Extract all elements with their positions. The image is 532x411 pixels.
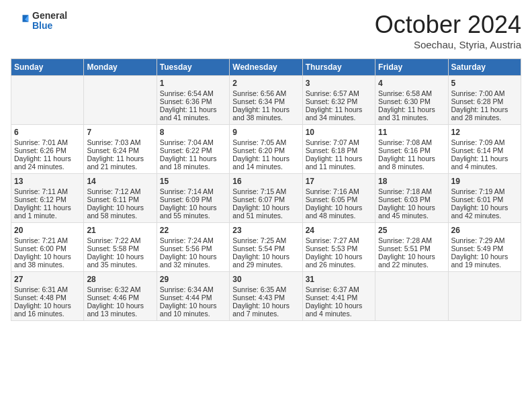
sunrise-text: Sunrise: 7:19 AM	[451, 187, 505, 195]
daylight-text: Daylight: 11 hours and 31 minutes.	[378, 105, 435, 122]
sunrise-text: Sunrise: 7:12 AM	[87, 187, 140, 195]
calendar-cell: 18Sunrise: 7:18 AMSunset: 6:03 PMDayligh…	[375, 174, 448, 223]
sunrise-text: Sunrise: 7:21 AM	[14, 236, 68, 244]
daylight-text: Daylight: 10 hours and 45 minutes.	[378, 203, 435, 220]
sunset-text: Sunset: 6:12 PM	[14, 195, 66, 203]
sunset-text: Sunset: 6:20 PM	[232, 146, 285, 154]
sunset-text: Sunset: 4:46 PM	[87, 293, 139, 302]
daylight-text: Daylight: 10 hours and 4 minutes.	[306, 302, 363, 318]
daylight-text: Daylight: 11 hours and 1 minute.	[14, 203, 71, 220]
day-number: 24	[306, 226, 372, 235]
day-number: 30	[232, 275, 299, 284]
sunrise-text: Sunrise: 6:57 AM	[306, 89, 359, 97]
weekday-header: Tuesday	[157, 59, 229, 76]
sunrise-text: Sunrise: 6:35 AM	[232, 285, 286, 293]
weekday-header: Friday	[375, 59, 448, 76]
calendar-cell	[375, 272, 448, 321]
daylight-text: Daylight: 11 hours and 28 minutes.	[451, 105, 508, 122]
sunrise-text: Sunrise: 7:29 AM	[451, 236, 505, 244]
daylight-text: Daylight: 11 hours and 34 minutes.	[306, 105, 363, 122]
daylight-text: Daylight: 10 hours and 29 minutes.	[232, 253, 290, 269]
calendar-cell: 11Sunrise: 7:08 AMSunset: 6:16 PMDayligh…	[375, 125, 448, 174]
sunset-text: Sunset: 6:09 PM	[160, 195, 212, 203]
sunrise-text: Sunrise: 7:22 AM	[87, 236, 140, 244]
sunrise-text: Sunrise: 7:07 AM	[306, 138, 359, 146]
day-number: 6	[14, 128, 81, 137]
calendar-week-row: 27Sunrise: 6:31 AMSunset: 4:48 PMDayligh…	[11, 272, 521, 321]
sunset-text: Sunset: 5:51 PM	[378, 244, 431, 253]
sunset-text: Sunset: 6:05 PM	[306, 195, 358, 203]
calendar-cell: 3Sunrise: 6:57 AMSunset: 6:32 PMDaylight…	[302, 76, 375, 125]
sunrise-text: Sunrise: 6:37 AM	[306, 285, 359, 293]
sunset-text: Sunset: 6:07 PM	[232, 195, 285, 203]
day-number: 9	[232, 128, 299, 137]
daylight-text: Daylight: 10 hours and 7 minutes.	[232, 302, 290, 318]
daylight-text: Daylight: 11 hours and 18 minutes.	[160, 154, 217, 171]
day-number: 8	[160, 128, 226, 137]
sunrise-text: Sunrise: 6:58 AM	[378, 89, 432, 97]
sunset-text: Sunset: 6:18 PM	[306, 146, 358, 154]
day-number: 25	[378, 226, 445, 235]
calendar-cell: 4Sunrise: 6:58 AMSunset: 6:30 PMDaylight…	[375, 76, 448, 125]
daylight-text: Daylight: 11 hours and 38 minutes.	[232, 105, 290, 122]
daylight-text: Daylight: 10 hours and 55 minutes.	[160, 203, 217, 220]
day-number: 18	[378, 177, 445, 186]
sunset-text: Sunset: 6:36 PM	[160, 97, 212, 105]
day-number: 13	[14, 177, 81, 186]
day-number: 23	[232, 226, 299, 235]
sunrise-text: Sunrise: 7:04 AM	[160, 138, 214, 146]
day-number: 20	[14, 226, 81, 235]
weekday-header-row: SundayMondayTuesdayWednesdayThursdayFrid…	[11, 59, 521, 76]
calendar-cell: 25Sunrise: 7:28 AMSunset: 5:51 PMDayligh…	[375, 223, 448, 272]
logo-blue-text: Blue	[32, 21, 67, 31]
calendar-week-row: 6Sunrise: 7:01 AMSunset: 6:26 PMDaylight…	[11, 125, 521, 174]
day-number: 10	[306, 128, 372, 137]
calendar-cell: 21Sunrise: 7:22 AMSunset: 5:58 PMDayligh…	[84, 223, 157, 272]
calendar-cell	[448, 272, 521, 321]
calendar-cell: 29Sunrise: 6:34 AMSunset: 4:44 PMDayligh…	[157, 272, 229, 321]
sunrise-text: Sunrise: 7:25 AM	[232, 236, 286, 244]
day-number: 21	[87, 226, 153, 235]
calendar-cell: 1Sunrise: 6:54 AMSunset: 6:36 PMDaylight…	[157, 76, 229, 125]
daylight-text: Daylight: 10 hours and 16 minutes.	[14, 302, 71, 318]
daylight-text: Daylight: 11 hours and 8 minutes.	[378, 154, 435, 171]
sunset-text: Sunset: 6:32 PM	[306, 97, 358, 105]
day-number: 2	[232, 79, 299, 88]
sunset-text: Sunset: 5:49 PM	[451, 244, 504, 253]
sunset-text: Sunset: 4:44 PM	[160, 293, 212, 302]
calendar-cell: 10Sunrise: 7:07 AMSunset: 6:18 PMDayligh…	[302, 125, 375, 174]
weekday-header: Sunday	[11, 59, 84, 76]
calendar-cell: 8Sunrise: 7:04 AMSunset: 6:22 PMDaylight…	[157, 125, 229, 174]
month-title: October 2024	[375, 11, 521, 39]
sunrise-text: Sunrise: 7:27 AM	[306, 236, 359, 244]
sunrise-text: Sunrise: 7:05 AM	[232, 138, 286, 146]
sunrise-text: Sunrise: 7:14 AM	[160, 187, 214, 195]
daylight-text: Daylight: 11 hours and 11 minutes.	[306, 154, 363, 171]
calendar-cell: 30Sunrise: 6:35 AMSunset: 4:43 PMDayligh…	[230, 272, 302, 321]
calendar-cell: 13Sunrise: 7:11 AMSunset: 6:12 PMDayligh…	[11, 174, 84, 223]
day-number: 5	[451, 79, 518, 88]
sunrise-text: Sunrise: 7:03 AM	[87, 138, 140, 146]
daylight-text: Daylight: 11 hours and 41 minutes.	[160, 105, 217, 122]
sunrise-text: Sunrise: 6:32 AM	[87, 285, 140, 293]
daylight-text: Daylight: 10 hours and 13 minutes.	[87, 302, 144, 318]
day-number: 27	[14, 275, 81, 284]
day-number: 14	[87, 177, 153, 186]
sunset-text: Sunset: 6:28 PM	[451, 97, 504, 105]
sunset-text: Sunset: 6:16 PM	[378, 146, 431, 154]
sunset-text: Sunset: 4:43 PM	[232, 293, 285, 302]
calendar-cell: 15Sunrise: 7:14 AMSunset: 6:09 PMDayligh…	[157, 174, 229, 223]
calendar-cell: 5Sunrise: 7:00 AMSunset: 6:28 PMDaylight…	[448, 76, 521, 125]
calendar-cell: 17Sunrise: 7:16 AMSunset: 6:05 PMDayligh…	[302, 174, 375, 223]
sunset-text: Sunset: 5:58 PM	[87, 244, 139, 253]
sunset-text: Sunset: 6:03 PM	[378, 195, 431, 203]
calendar-table: SundayMondayTuesdayWednesdayThursdayFrid…	[11, 58, 521, 321]
weekday-header: Monday	[84, 59, 157, 76]
calendar-cell: 19Sunrise: 7:19 AMSunset: 6:01 PMDayligh…	[448, 174, 521, 223]
header: General Blue October 2024 Soechau, Styri…	[11, 11, 521, 50]
sunset-text: Sunset: 6:30 PM	[378, 97, 431, 105]
sunset-text: Sunset: 6:00 PM	[14, 244, 66, 253]
calendar-cell	[84, 76, 157, 125]
day-number: 3	[306, 79, 372, 88]
day-number: 22	[160, 226, 226, 235]
